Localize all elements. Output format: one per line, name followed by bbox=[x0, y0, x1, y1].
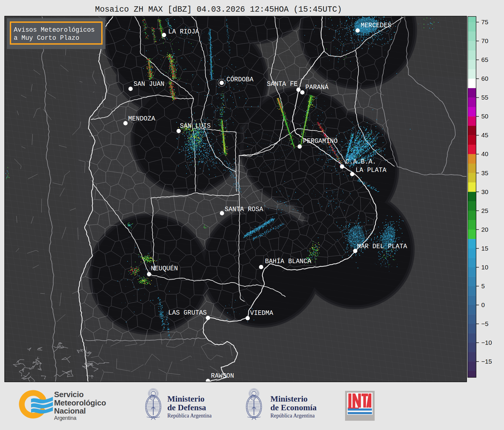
svg-text:RAWSON: RAWSON bbox=[211, 372, 234, 379]
svg-text:a Muy Corto Plazo: a Muy Corto Plazo bbox=[14, 34, 79, 42]
svg-text:VIEDMA: VIEDMA bbox=[250, 309, 273, 317]
svg-text:NEUQUÉN: NEUQUÉN bbox=[151, 265, 178, 272]
svg-text:Ministerio: Ministerio bbox=[270, 394, 307, 403]
svg-text:SANTA FE: SANTA FE bbox=[267, 80, 298, 88]
svg-text:LAS GRUTAS: LAS GRUTAS bbox=[168, 309, 207, 316]
svg-text:60: 60 bbox=[481, 75, 488, 82]
svg-text:30: 30 bbox=[481, 188, 488, 195]
svg-text:25: 25 bbox=[481, 207, 488, 214]
svg-text:Mosaico ZH MAX [dBZ] 04.03.202: Mosaico ZH MAX [dBZ] 04.03.2026 12:45HOA… bbox=[95, 5, 342, 14]
svg-text:−15: −15 bbox=[481, 358, 492, 365]
svg-text:MAR DEL PLATA: MAR DEL PLATA bbox=[357, 243, 407, 250]
svg-text:15: 15 bbox=[481, 245, 488, 252]
svg-text:0: 0 bbox=[481, 301, 485, 308]
svg-text:−10: −10 bbox=[481, 339, 492, 346]
svg-text:65: 65 bbox=[481, 56, 488, 63]
svg-text:Nacional: Nacional bbox=[54, 406, 86, 415]
svg-text:70: 70 bbox=[481, 37, 488, 44]
svg-text:República Argentina: República Argentina bbox=[270, 413, 315, 419]
svg-text:20: 20 bbox=[481, 226, 488, 233]
svg-text:de Economía: de Economía bbox=[270, 403, 317, 412]
svg-text:Argentina: Argentina bbox=[54, 415, 77, 421]
svg-text:40: 40 bbox=[481, 150, 488, 157]
svg-text:SAN LUIS: SAN LUIS bbox=[180, 122, 211, 129]
svg-text:LA PLATA: LA PLATA bbox=[356, 167, 386, 174]
svg-text:5: 5 bbox=[481, 283, 485, 289]
svg-text:SANTA ROSA: SANTA ROSA bbox=[225, 206, 263, 213]
svg-text:PERGAMINO: PERGAMINO bbox=[303, 138, 338, 145]
svg-text:MERCEDES: MERCEDES bbox=[361, 22, 391, 29]
svg-text:PARANÁ: PARANÁ bbox=[305, 83, 329, 91]
svg-text:de Defensa: de Defensa bbox=[167, 403, 206, 412]
svg-text:10: 10 bbox=[481, 264, 488, 271]
svg-text:MENDOZA: MENDOZA bbox=[128, 115, 155, 122]
svg-text:BAHÍA BLANCA: BAHÍA BLANCA bbox=[265, 257, 311, 265]
svg-text:35: 35 bbox=[481, 170, 488, 176]
svg-text:Meteorológico: Meteorológico bbox=[54, 398, 106, 407]
svg-text:República Argentina: República Argentina bbox=[167, 413, 212, 419]
svg-text:−5: −5 bbox=[481, 320, 488, 327]
svg-text:LA RIOJA: LA RIOJA bbox=[168, 28, 199, 35]
svg-text:55: 55 bbox=[481, 94, 488, 101]
svg-text:50: 50 bbox=[481, 113, 488, 120]
svg-text:CÓRDOBA: CÓRDOBA bbox=[226, 76, 253, 83]
svg-text:75: 75 bbox=[481, 19, 488, 25]
svg-text:Servicio: Servicio bbox=[54, 390, 84, 399]
svg-text:Ministerio: Ministerio bbox=[167, 394, 204, 403]
svg-text:SAN JUAN: SAN JUAN bbox=[134, 80, 164, 88]
svg-text:45: 45 bbox=[481, 132, 488, 138]
svg-text:Avisos Meteorológicos: Avisos Meteorológicos bbox=[14, 26, 95, 33]
svg-text:C.A.B.A.: C.A.B.A. bbox=[345, 158, 376, 165]
